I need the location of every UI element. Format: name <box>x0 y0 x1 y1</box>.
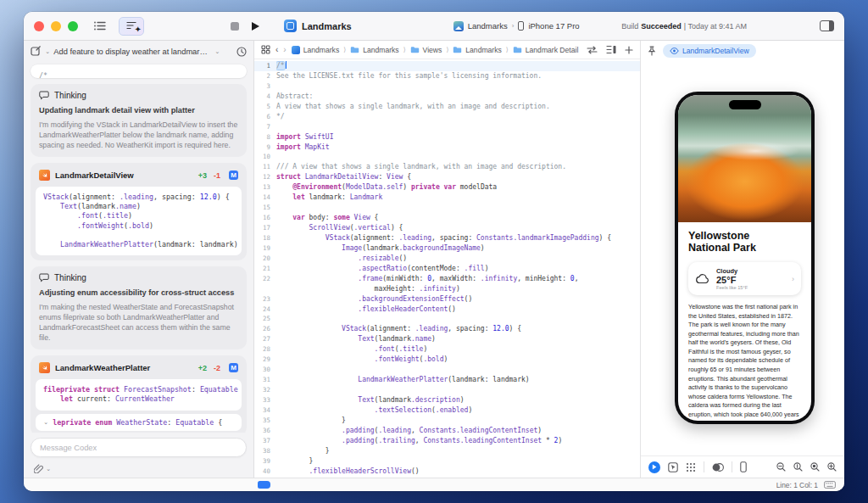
code-line[interactable]: 35 } <box>254 416 640 426</box>
code-line[interactable]: 20 .resizable() <box>254 254 640 264</box>
code-line[interactable]: 12struct LandmarkDetailView: View { <box>254 172 640 182</box>
code-lines[interactable]: 1/*2See the LICENSE.txt file for this sa… <box>254 59 640 478</box>
new-chat-chevron[interactable]: ⌄ <box>45 48 50 55</box>
code-line[interactable]: 32 <box>254 385 640 395</box>
breadcrumb-item[interactable]: Landmark Detail <box>513 46 579 54</box>
code-line[interactable]: 24 .flexibleHeaderContent() <box>254 305 640 315</box>
inspector-toggle-icon[interactable] <box>820 20 834 31</box>
code-line[interactable]: 34 .textSelection(.enabled) <box>254 405 640 416</box>
weather-platter[interactable]: Cloudy 25°F Feels like 15°F › <box>688 262 801 296</box>
code-line[interactable]: 38 } <box>254 446 640 456</box>
code-line[interactable]: 29 .fontWeight(.bold) <box>254 355 640 365</box>
code-line[interactable]: 4Abstract: <box>254 92 640 102</box>
attachment-icon[interactable] <box>34 463 43 473</box>
code-line[interactable]: 19 Image(landmark.backgroundImageName) <box>254 243 640 254</box>
breadcrumb-item[interactable]: Views <box>410 46 442 54</box>
license-code-card[interactable]: /*See the LICENSE.txt file for this samp… <box>31 64 247 78</box>
code-line[interactable]: maxHeight: .infinity) <box>254 284 640 294</box>
code-line[interactable]: 7 <box>254 122 640 132</box>
code-line[interactable]: 37 .padding(.trailing, Constants.leading… <box>254 436 640 446</box>
code-line[interactable]: 28 .font(.title) <box>254 344 640 355</box>
assistant-transcript[interactable]: /*See the LICENSE.txt file for this samp… <box>24 62 253 433</box>
code-line[interactable]: 25 <box>254 314 640 324</box>
add-editor-icon[interactable] <box>625 46 633 54</box>
color-scheme-icon[interactable] <box>712 462 724 472</box>
close-button[interactable] <box>34 21 44 31</box>
run-button[interactable] <box>251 21 260 31</box>
code-line[interactable]: 3 <box>254 81 640 92</box>
code-line[interactable]: 10 <box>254 152 640 162</box>
code-line[interactable]: 26 VStack(alignment: .leading, spacing: … <box>254 324 640 334</box>
code-line[interactable]: 16 var body: some View { <box>254 213 640 223</box>
modified-badge: M <box>229 363 238 372</box>
iphone-screen[interactable]: Yellowstone National Park Cloudy 25°F Fe… <box>678 95 811 421</box>
code-line[interactable]: 40 .flexibleHeaderScrollView() <box>254 467 640 477</box>
code-line[interactable]: 36 .padding(.leading, Constants.leadingC… <box>254 426 640 436</box>
related-items-icon[interactable] <box>261 45 270 54</box>
pin-icon[interactable] <box>648 46 656 56</box>
code-line[interactable]: 23 .backgroundExtensionEffect() <box>254 294 640 305</box>
selectable-mode-icon[interactable] <box>668 462 678 472</box>
landmark-photo <box>678 95 811 222</box>
thread-title-dropdown[interactable]: Add feature to display weather at landma… <box>53 48 211 56</box>
thinking-section-2[interactable]: Thinking Adjusting enum accessibility fo… <box>31 266 247 349</box>
code-line[interactable]: 39 } <box>254 456 640 467</box>
attachment-chevron[interactable]: ⌄ <box>46 465 51 472</box>
new-chat-icon[interactable] <box>31 46 42 57</box>
zoom-to-fit-icon[interactable] <box>810 462 820 472</box>
forward-button[interactable]: › <box>283 45 286 54</box>
breadcrumb-item[interactable]: Landmarks <box>350 46 399 54</box>
code-line[interactable]: 22 .frame(minWidth: 0, maxWidth: .infini… <box>254 274 640 284</box>
minimize-button[interactable] <box>51 21 61 31</box>
scheme-selector[interactable]: Landmarks › iPhone 17 Pro <box>453 21 580 31</box>
code-review-icon[interactable] <box>587 46 598 54</box>
code-line[interactable]: 8import SwiftUI <box>254 132 640 143</box>
diff-card-landmarkweatherplatter[interactable]: LandmarkWeatherPlatter +2 -2 M filepriva… <box>31 355 247 433</box>
code-line[interactable]: 9import MapKit <box>254 143 640 153</box>
zoom-actual-size-icon[interactable] <box>793 462 803 472</box>
code-line[interactable]: 1/* <box>254 61 640 71</box>
activity-view[interactable]: BuildSucceeded| Today at 9:41 AM <box>621 22 747 31</box>
variants-grid-icon[interactable] <box>686 462 696 472</box>
preview-device-icon[interactable] <box>740 461 747 472</box>
minimap-icon[interactable] <box>606 45 616 54</box>
code-line[interactable]: 17 ScrollView(.vertical) { <box>254 223 640 233</box>
breadcrumb[interactable]: Landmarks⟩Landmarks⟩Views⟩Landmarks⟩Land… <box>292 46 581 54</box>
code-line[interactable]: 15 <box>254 203 640 213</box>
code-line[interactable]: 31 LandmarkWeatherPlatter(landmark: land… <box>254 375 640 385</box>
stop-button[interactable] <box>231 22 239 31</box>
code-line[interactable]: 6*/ <box>254 112 640 122</box>
diff-card-header[interactable]: LandmarkDetailView +3 -1 M <box>36 168 242 187</box>
project-icon <box>292 46 300 54</box>
message-input[interactable] <box>31 438 247 457</box>
diff-card-landmarkdetailview[interactable]: LandmarkDetailView +3 -1 M VStack(alignm… <box>31 163 247 260</box>
breadcrumb-item[interactable]: Landmarks <box>292 46 340 54</box>
code-line[interactable]: 18 VStack(alignment: .leading, spacing: … <box>254 233 640 243</box>
back-button[interactable]: ‹ <box>275 45 278 54</box>
code-line[interactable]: 2See the LICENSE.txt file for this sampl… <box>254 71 640 81</box>
breakpoint-indicator[interactable] <box>258 481 270 489</box>
breadcrumb-item[interactable]: Landmarks <box>453 46 502 54</box>
code-line[interactable]: 33 Text(landmark.description) <box>254 395 640 405</box>
history-icon[interactable] <box>236 47 247 57</box>
keyboard-icon[interactable] <box>824 481 836 489</box>
code-line[interactable]: 21 .aspectRatio(contentMode: .fill) <box>254 264 640 274</box>
zoom-in-icon[interactable] <box>827 462 837 472</box>
code-line[interactable]: 30 <box>254 365 640 375</box>
live-preview-button[interactable] <box>648 461 660 473</box>
thinking-section-1[interactable]: Thinking Updating landmark detail view w… <box>31 84 247 157</box>
code-line[interactable]: 13 @Environment(ModelData.self) private … <box>254 182 640 193</box>
collapsed-code-row[interactable]: ⌄ leprivate enum WeatherState: Equatable… <box>36 414 242 431</box>
zoom-out-icon[interactable] <box>776 462 786 472</box>
navigator-list-icon[interactable] <box>90 17 110 36</box>
code-line[interactable]: 27 Text(landmark.name) <box>254 334 640 344</box>
code-line[interactable]: 14 let landmark: Landmark <box>254 193 640 203</box>
preview-tab[interactable]: LandmarkDetailView <box>663 44 756 58</box>
zoom-button[interactable] <box>68 21 78 31</box>
code-line[interactable]: 11/// A view that shows a single landmar… <box>254 162 640 172</box>
code-line[interactable]: 5A view that shows a single landmark, wi… <box>254 102 640 112</box>
diff-code-1[interactable]: VStack(alignment: .leading, spacing: 12.… <box>36 187 242 255</box>
diff-code-2[interactable]: fileprivate struct ForecastSnapshot: Equ… <box>36 379 242 410</box>
diff-card-header[interactable]: LandmarkWeatherPlatter +2 -2 M <box>36 360 242 379</box>
intelligence-assistant-button[interactable]: ✦ <box>119 17 144 36</box>
